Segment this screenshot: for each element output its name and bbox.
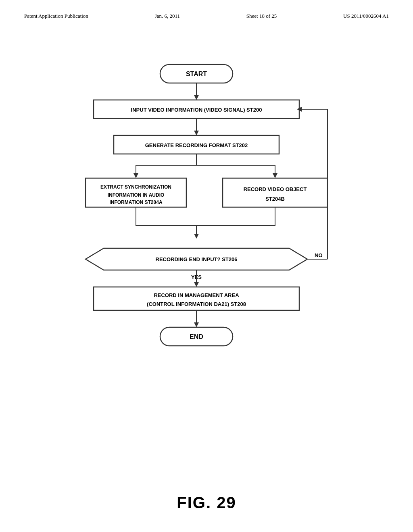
patent-label: US 2011/0002604 A1 (343, 13, 389, 19)
svg-text:GENERATE RECORDING FORMAT  ST2: GENERATE RECORDING FORMAT ST202 (145, 142, 248, 148)
sheet-label: Sheet 18 of 25 (246, 13, 277, 19)
figure-label: FIG. 29 (177, 494, 236, 512)
svg-marker-32 (194, 282, 199, 287)
svg-marker-3 (194, 95, 199, 100)
svg-rect-20 (223, 178, 327, 207)
date-label: Jan. 6, 2011 (155, 13, 180, 19)
svg-text:(CONTROL  INFORMATION DA21)  S: (CONTROL INFORMATION DA21) ST208 (147, 301, 246, 307)
svg-text:INPUT VIDEO INFORMATION (VIDEO: INPUT VIDEO INFORMATION (VIDEO SIGNAL) S… (131, 107, 262, 113)
svg-text:ST204B: ST204B (265, 196, 285, 202)
svg-text:EXTRACT SYNCHRONIZATION: EXTRACT SYNCHRONIZATION (100, 184, 171, 190)
svg-text:NO: NO (315, 252, 323, 258)
svg-text:INFORMATION IN AUDIO: INFORMATION IN AUDIO (108, 192, 165, 198)
svg-marker-15 (273, 173, 277, 178)
svg-text:START: START (186, 71, 207, 77)
svg-text:END: END (190, 333, 203, 340)
svg-text:RECORDING END  INPUT?  ST206: RECORDING END INPUT? ST206 (156, 256, 238, 262)
svg-text:RECORD VIDEO OBJECT: RECORD VIDEO OBJECT (244, 186, 307, 192)
svg-marker-13 (133, 173, 138, 178)
publication-label: Patent Application Publication (24, 13, 88, 19)
svg-text:RECORD IN MANAGEMENT AREA: RECORD IN MANAGEMENT AREA (154, 292, 239, 298)
page-header: Patent Application Publication Jan. 6, 2… (0, 0, 413, 19)
svg-marker-37 (194, 322, 199, 327)
flowchart-diagram: START INPUT VIDEO INFORMATION (VIDEO SIG… (61, 56, 352, 411)
svg-marker-7 (194, 131, 199, 135)
svg-marker-27 (194, 234, 199, 239)
svg-text:INFORMATION ST204A: INFORMATION ST204A (109, 200, 162, 205)
